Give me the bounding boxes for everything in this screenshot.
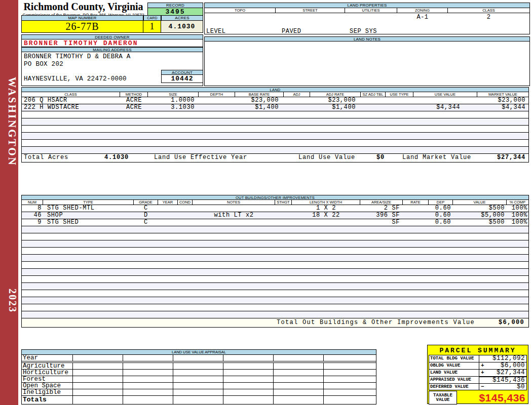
column-header: UTILITIES	[345, 8, 397, 13]
land-use-cell	[73, 370, 123, 376]
empty-row	[22, 133, 528, 140]
land-use-cell	[123, 355, 173, 361]
acres-value: 4.1030	[161, 21, 203, 33]
land-use-appraisal-title: LAND USE VALUE APPRAISAL	[22, 350, 376, 355]
land-use-cell	[324, 389, 374, 395]
land-use-cell	[123, 363, 173, 369]
land-use-cell	[274, 370, 324, 376]
street-values: PAVED	[282, 14, 305, 34]
land-use-cell	[223, 383, 274, 389]
column-header: RATE	[403, 200, 429, 205]
land-use-cell	[223, 389, 274, 395]
effective-year-label: Land Use Effective Year	[154, 154, 247, 161]
parcel-summary-title: PARCEL SUMMARY	[429, 346, 527, 355]
land-use-cell	[73, 376, 123, 382]
out-building-row: 8 STG SHED-MTL C 1 X 2 2 SF 0.60 $500 10…	[22, 205, 528, 212]
taxable-value-label: TAXABLE VALUE	[429, 391, 457, 404]
empty-row	[22, 269, 528, 276]
land-use-value: $0	[354, 154, 385, 161]
out-buildings-total-value: $6,000	[499, 318, 524, 327]
land-use-cell	[324, 370, 374, 376]
summary-value: $145,436	[492, 377, 525, 383]
land-use-cell	[123, 376, 173, 382]
column-header: VALUE	[453, 200, 507, 205]
summary-value: $112,092	[492, 355, 525, 361]
land-use-cell	[223, 376, 274, 382]
land-use-cell	[324, 376, 374, 382]
empty-row	[22, 283, 528, 290]
map-number-label: MAP NUMBER	[21, 15, 143, 21]
empty-row	[22, 118, 528, 126]
land-use-cell	[123, 396, 173, 404]
out-buildings-title: OUT BUILDINGS/OTHER IMPROVEMENTS	[22, 195, 528, 200]
land-use-cell	[324, 383, 374, 389]
land-row: 206 Q HSACR ACRE 1.0000 $23,000 $23,000 …	[22, 97, 528, 104]
out-buildings-total-label: Total Out Buildings & Other Improvements…	[277, 318, 475, 327]
land-use-cell	[223, 355, 274, 361]
land-use-row: Horticulture	[22, 370, 376, 376]
summary-row: TOTAL BLDG VALUE $112,092	[429, 355, 527, 362]
land-use-cell	[123, 389, 173, 395]
empty-row	[22, 240, 528, 248]
column-header: CLASS	[448, 8, 529, 13]
land-use-cell	[173, 396, 223, 404]
land-properties-title: LAND PROPERTIES	[204, 3, 530, 8]
land-use-cell	[274, 363, 324, 369]
county-year-sidebar: WASHINGTON 2023	[0, 0, 18, 405]
empty-row	[22, 226, 528, 233]
land-use-cell	[73, 396, 123, 404]
land-use-cell	[73, 355, 123, 361]
map-number-value: 26-77B	[21, 21, 143, 33]
column-header: CLASS	[22, 92, 120, 97]
out-buildings-columns: NUM TYPE GRADE YEAR COND NOTES STHGT LEN…	[22, 200, 528, 205]
land-use-cell	[274, 389, 324, 395]
topo-values: LEVEL PAVED 100 + FEET	[206, 14, 245, 34]
land-notes-title: LAND NOTES	[204, 36, 530, 42]
column-header: COND	[178, 200, 193, 205]
operator: −	[481, 384, 484, 390]
column-header: GRADE	[134, 200, 158, 205]
land-use-row: Agriculture	[22, 363, 376, 370]
summary-row: LAND VALUE +$27,344	[429, 369, 527, 376]
zoning-value: A-1	[397, 14, 448, 21]
land-use-row: Year	[22, 355, 376, 361]
empty-row	[22, 248, 528, 255]
land-use-cell	[223, 396, 274, 404]
out-buildings-total-row: Total Out Buildings & Other Improvements…	[22, 318, 528, 327]
column-header: ADJ	[284, 92, 310, 97]
parcel-summary: PARCEL SUMMARY TOTAL BLDG VALUE $112,092…	[427, 345, 528, 404]
empty-row	[22, 140, 528, 147]
land-use-cell	[173, 389, 223, 395]
land-use-appraisal-table: LAND USE VALUE APPRAISAL Year Agricultur…	[21, 349, 376, 404]
land-table: LAND CLASS METHOD SIZE DEPTH BASE RATE A…	[21, 87, 529, 163]
column-header: STREET	[276, 8, 345, 13]
land-use-cell	[173, 355, 223, 361]
land-table-columns: CLASS METHOD SIZE DEPTH BASE RATE ADJ AD…	[22, 92, 528, 97]
mailing-line: BRONNER TIMOTHY D & DEBRA A	[24, 53, 203, 61]
column-header: DEP	[429, 200, 453, 205]
empty-row	[22, 126, 528, 133]
taxable-value-row: TAXABLE VALUE $145,436	[429, 391, 527, 404]
empty-row	[22, 290, 528, 297]
class-value: 2	[448, 14, 529, 21]
column-header: TYPE	[43, 200, 134, 205]
empty-row	[22, 111, 528, 118]
land-market-value-label: Land Market Value	[402, 154, 471, 161]
empty-row	[22, 311, 528, 318]
column-header: ZONING	[397, 8, 448, 13]
land-use-cell	[73, 383, 123, 389]
deeded-owner-label: DEEDED OWNER	[21, 34, 203, 39]
land-use-cell	[173, 370, 223, 376]
land-notes-area	[204, 42, 530, 86]
card-label: CARD	[143, 15, 161, 21]
land-use-cell	[274, 383, 324, 389]
summary-value: $6,000	[501, 362, 525, 369]
land-use-cell	[173, 363, 223, 369]
column-header: USE TYPE	[386, 92, 413, 97]
empty-row	[22, 147, 528, 154]
column-header: ADJ RATE	[310, 92, 361, 97]
land-totals-row: Total Acres 4.1030 Land Use Effective Ye…	[22, 154, 528, 162]
land-row: 222 H WDSTACRE ACRE 3.1030 $1,400 $1,400…	[22, 104, 528, 111]
land-market-value: $27,344	[497, 154, 525, 161]
operator: +	[481, 370, 484, 376]
